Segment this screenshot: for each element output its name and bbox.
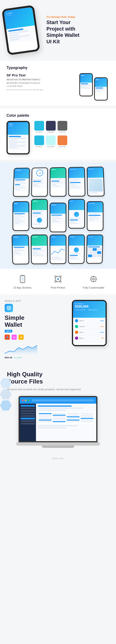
features-row: 22 App Screens Pixel Perfect bbox=[5, 274, 111, 289]
lm-tcell-20 bbox=[80, 420, 93, 420]
mini-phone-1: $190.— bbox=[79, 73, 93, 96]
svg-rect-20 bbox=[6, 338, 7, 339]
hex-2 bbox=[0, 389, 12, 400]
avatar-2 bbox=[75, 325, 78, 328]
lm-tcell-14 bbox=[53, 418, 66, 419]
lm-tcell-13 bbox=[39, 418, 52, 419]
showcase-phone-2: 📊 bbox=[31, 168, 48, 197]
lm-trow-1 bbox=[39, 413, 93, 414]
sidebar-item-3 bbox=[21, 413, 35, 414]
lm-trow-5 bbox=[39, 420, 93, 420]
lm-tcell-18 bbox=[53, 420, 66, 420]
lm-tcell-15 bbox=[67, 418, 80, 419]
swatch-gray: #616161 bbox=[58, 121, 67, 133]
hex-deco-left bbox=[0, 378, 12, 410]
lm-tcell-4 bbox=[80, 413, 93, 414]
swatch-row-2: #27BCE1 #C1F9F8 #F17F42 bbox=[34, 136, 109, 148]
feature-label-screens: 22 App Screens bbox=[9, 286, 36, 289]
font-numbers: 1 2 3 4 5 6 7 8 9 0 bbox=[7, 85, 75, 87]
lm-bar-1 bbox=[38, 408, 83, 409]
showcase-phone-4: Transactions bbox=[68, 167, 86, 196]
feature-label-custom: Fully Customizable bbox=[80, 286, 107, 289]
feature-label-pixel: Pixel Perfect bbox=[44, 286, 72, 289]
product-icon-row bbox=[5, 304, 64, 312]
amount-2: -$120 bbox=[100, 326, 104, 327]
product-tools: Xd ◆ bbox=[5, 334, 64, 340]
feature-item-pixel: Pixel Perfect bbox=[44, 274, 72, 289]
showcase-phone-9: Profile bbox=[68, 199, 85, 228]
showcase-phone-8: $1190.12 bbox=[50, 202, 66, 232]
lm-tcell-11 bbox=[67, 416, 80, 417]
lm-tcell-7 bbox=[67, 415, 80, 416]
color-palette-section: Color palette $190.— Balance #27BCE1 bbox=[0, 108, 116, 160]
showcase-grid-1: Dashboard 📊 bbox=[3, 166, 115, 197]
sidebar-item-7 bbox=[21, 423, 35, 424]
showcase-phone-10: Send Money bbox=[87, 201, 103, 231]
product-right: My Balance $320,004 Income: $12,450 Spen… bbox=[67, 300, 111, 346]
figma-icon bbox=[5, 334, 10, 340]
hq-section: High QualitySource Files All layers and … bbox=[0, 364, 116, 455]
lm-tcell-24 bbox=[80, 421, 93, 422]
lm-tcell-5 bbox=[39, 415, 52, 416]
svg-point-2 bbox=[22, 282, 23, 282]
prv-row-4: Maria L. -$45 bbox=[75, 336, 104, 341]
swatch-teal: #27BCE1 bbox=[34, 136, 44, 148]
hero-section: $1,234.56 My Wallet Try Design Kits Toda… bbox=[0, 0, 116, 58]
svg-point-11 bbox=[92, 278, 94, 280]
lm-trow-6 bbox=[39, 421, 93, 422]
showcase-grid-2: Wallet +$190.12 bbox=[2, 199, 114, 232]
sketch-icon: ◆ bbox=[19, 334, 24, 340]
mobile-icon bbox=[17, 274, 28, 284]
lm-bar-3 bbox=[38, 425, 77, 426]
lm-tcell-17 bbox=[39, 420, 52, 420]
hex-3 bbox=[0, 400, 12, 410]
avatar-3 bbox=[75, 331, 78, 334]
hq-text: High QualitySource Files All layers and … bbox=[7, 371, 111, 391]
lm-tcell-6 bbox=[53, 415, 66, 416]
sidebar-item-2 bbox=[21, 410, 35, 412]
balance-label: My Balance bbox=[75, 303, 104, 304]
showcase-grid-3: Settings $8,000.00 bbox=[1, 234, 113, 265]
ls-header bbox=[20, 397, 96, 404]
laptop-screen bbox=[19, 396, 97, 442]
lm-tcell-12 bbox=[80, 416, 93, 417]
try-label: Try Design Kits Today bbox=[46, 16, 79, 18]
feature-item-screens: 22 App Screens bbox=[9, 274, 36, 289]
product-name: SimpleWallet bbox=[5, 314, 64, 328]
prv-body: John D. +$290 Sarah M. -$120 Alex K. bbox=[73, 318, 105, 344]
pp-body bbox=[8, 135, 29, 150]
color-swatches: #27BCE1 #383A5A #616161 #27BCE1 bbox=[34, 121, 109, 150]
lm-trow-3 bbox=[39, 416, 93, 417]
typography-phones: $190.— $240.— bbox=[79, 73, 109, 100]
ls-main bbox=[36, 404, 96, 441]
font-name: SF Pro Text bbox=[7, 73, 75, 77]
showcase-phone-12: $8,000.00 bbox=[31, 234, 48, 264]
showcase-phone-6: Wallet bbox=[13, 201, 29, 231]
lm-trow-2 bbox=[39, 415, 93, 416]
swatch-navy: #383A5A bbox=[46, 121, 56, 133]
svg-point-5 bbox=[57, 278, 59, 280]
amount-4: -$45 bbox=[101, 338, 104, 339]
xd-icon: Xd bbox=[12, 334, 17, 340]
ls-content bbox=[20, 404, 96, 441]
prv-row-1: John D. +$290 bbox=[75, 319, 104, 324]
prv-header: My Balance $320,004 Income: $12,450 Spen… bbox=[73, 301, 105, 318]
svg-rect-17 bbox=[6, 336, 7, 337]
svg-point-21 bbox=[7, 337, 8, 338]
swatch-light-teal: #C1F9F8 bbox=[46, 136, 56, 148]
product-version: NEW bbox=[5, 330, 64, 332]
prv-sub: Income: $12,450 Spend: $8,320 bbox=[75, 309, 104, 310]
swatch-blue: #27BCE1 bbox=[34, 121, 44, 133]
phone-mockup: $1,234.56 My Wallet bbox=[2, 5, 40, 55]
swatch-orange: #F17F42 bbox=[58, 136, 67, 148]
dot-red bbox=[22, 400, 24, 401]
showcase-phone-13: Analytics bbox=[50, 234, 67, 264]
svg-rect-18 bbox=[7, 336, 8, 337]
lm-tcell-23 bbox=[67, 421, 80, 422]
showcase-phone-5: Map View bbox=[87, 166, 105, 196]
laptop-stand bbox=[42, 446, 74, 448]
lm-tcell-21 bbox=[39, 421, 52, 422]
typography-section: Typography SF Pro Text ABCDEFGHIJKLMNOPQ… bbox=[0, 61, 116, 106]
watermark-text: gfxtra.com bbox=[53, 457, 64, 460]
lm-tcell-16 bbox=[80, 418, 93, 419]
